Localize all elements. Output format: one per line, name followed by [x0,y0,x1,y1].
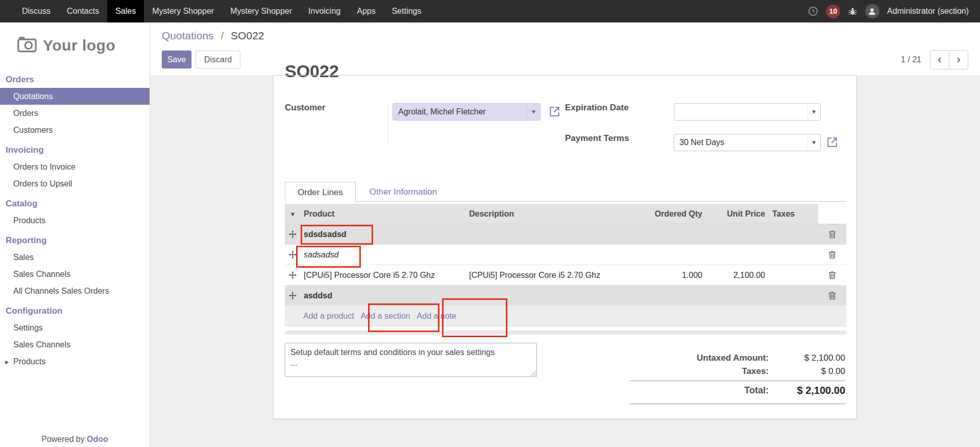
optional-columns-icon[interactable]: ▾ [291,210,294,218]
sidebar-item-sales-channels-report[interactable]: Sales Channels [0,266,150,283]
tab-other-information[interactable]: Other Information [361,182,446,201]
pager-previous-button[interactable]: ‹ [930,50,949,69]
note-text[interactable]: sadsadsd [301,245,466,265]
avatar[interactable] [865,4,879,18]
cell-description [466,286,635,305]
order-line-row-section-2[interactable]: asddsd [285,286,846,306]
form-sheet: SO022 Customer Agrolait, Michel Fletcher… [273,75,856,419]
menu-mystery-shopper-1[interactable]: Mystery Shopper [144,0,222,22]
sidebar-section-catalog: Catalog [0,195,150,212]
cell-taxes[interactable] [768,265,818,285]
add-a-note-link[interactable]: Add a note [417,312,456,321]
menu-mystery-shopper-2[interactable]: Mystery Shopper [222,0,300,22]
table-header-row: ▾ Product Description Ordered Qty Unit P… [285,204,846,224]
delete-row-icon[interactable] [818,245,846,265]
section-name[interactable]: sdsdsadsd [301,224,466,244]
breadcrumb-separator: / [220,30,224,41]
activity-clock-icon[interactable] [808,6,818,16]
sidebar-item-label: Products [13,357,45,366]
drag-handle-icon[interactable] [285,245,301,265]
breadcrumb-quotations-link[interactable]: Quotations [162,30,214,41]
logo: Your logo [0,22,150,68]
sidebar-item-orders-to-upsell[interactable]: Orders to Upsell [0,175,150,192]
cell-description[interactable]: [CPUi5] Processor Core i5 2.70 Ghz [466,265,635,285]
delete-row-icon[interactable] [818,224,846,244]
table-add-row: Add a product Add a section Add a note [285,306,846,326]
sidebar-item-products-config[interactable]: ▸Products [0,353,150,370]
menu-apps[interactable]: Apps [349,0,383,22]
drag-handle-icon[interactable] [285,286,301,305]
expand-arrow-icon[interactable]: ▸ [5,354,13,370]
sidebar-item-settings[interactable]: Settings [0,319,150,336]
sidebar-section-reporting: Reporting [0,232,150,249]
cell-price [705,224,768,244]
sidebar-item-orders-to-invoice[interactable]: Orders to Invoice [0,158,150,175]
bug-icon[interactable] [848,7,857,16]
powered-by-text: Powered by [41,435,85,443]
order-lines-table: ▾ Product Description Ordered Qty Unit P… [285,204,846,326]
column-header-unit-price: Unit Price [705,204,768,224]
customer-label: Customer [285,103,325,113]
total-label: Total: [629,385,769,396]
field-separator [388,103,388,144]
sidebar-item-all-channels-sales-orders[interactable]: All Channels Sales Orders [0,283,150,299]
horizontal-scrollbar[interactable] [285,331,846,335]
sidebar-item-orders[interactable]: Orders [0,105,150,122]
chevron-down-icon[interactable]: ▾ [527,104,540,120]
cell-product[interactable]: [CPUi5] Processor Core i5 2.70 Ghz [301,265,466,285]
column-header-description: Description [466,204,635,224]
cell-price[interactable]: 2,100.00 [705,265,768,285]
sidebar-item-sales-channels-config[interactable]: Sales Channels [0,336,150,353]
column-header-product: Product [301,204,466,224]
chevron-down-icon[interactable]: ▾ [807,134,820,151]
chevron-down-icon[interactable]: ▾ [807,104,820,120]
menu-invoicing[interactable]: Invoicing [300,0,349,22]
delete-row-icon[interactable] [818,286,846,305]
sidebar-item-customers[interactable]: Customers [0,122,150,138]
cell-taxes [768,286,818,305]
pager: 1 / 21 ‹ › [901,50,968,69]
cell-price [705,245,768,265]
discard-button[interactable]: Discard [195,51,240,68]
customer-external-link-icon[interactable] [549,106,560,117]
save-button[interactable]: Save [162,51,191,68]
totals-bottom-rule [629,404,845,404]
payment-terms-field[interactable]: 30 Net Days ▾ [674,134,821,151]
sidebar-item-products[interactable]: Products [0,212,150,229]
tab-order-lines[interactable]: Order Lines [285,182,356,202]
user-menu[interactable]: Administrator (section) [887,7,969,16]
sheet-top-edge [273,75,856,76]
cell-qty [635,224,705,244]
notification-badge[interactable]: 10 [826,5,840,18]
cell-qty [635,286,705,305]
delete-row-icon[interactable] [818,265,846,285]
total-value: $ 2,100.00 [769,385,845,396]
control-panel: Quotations / SO022 Save Discard 1 / 21 ‹… [151,22,980,75]
order-line-row-section-1[interactable]: sdsdsadsd [285,224,846,245]
sidebar-item-quotations[interactable]: Quotations [0,88,150,105]
customer-value: Agrolait, Michel Fletcher [393,107,527,116]
top-menubar: Discuss Contacts Sales Mystery Shopper M… [0,0,980,22]
odoo-link[interactable]: Odoo [87,435,108,443]
sidebar-item-sales-report[interactable]: Sales [0,249,150,266]
expiration-date-field[interactable]: ▾ [674,103,821,121]
menu-settings[interactable]: Settings [384,0,430,22]
order-line-row-note[interactable]: sadsadsd [285,245,846,265]
taxes-label: Taxes: [629,366,769,377]
order-line-row-product[interactable]: [CPUi5] Processor Core i5 2.70 Ghz [CPUi… [285,265,846,286]
terms-and-conditions-textarea[interactable]: Setup default terms and conditions in yo… [285,343,537,377]
menu-sales[interactable]: Sales [107,0,144,22]
cell-qty [635,245,705,265]
pager-value[interactable]: 1 / 21 [901,55,921,64]
menu-discuss[interactable]: Discuss [14,0,59,22]
section-name[interactable]: asddsd [301,286,466,305]
customer-field[interactable]: Agrolait, Michel Fletcher ▾ [393,103,541,121]
add-a-product-link[interactable]: Add a product [303,312,354,321]
cell-qty[interactable]: 1.000 [635,265,705,285]
payment-terms-external-link-icon[interactable] [827,137,838,148]
pager-next-button[interactable]: › [949,50,968,69]
add-a-section-link[interactable]: Add a section [361,312,410,321]
menu-contacts[interactable]: Contacts [59,0,107,22]
drag-handle-icon[interactable] [285,265,301,285]
drag-handle-icon[interactable] [285,224,301,244]
